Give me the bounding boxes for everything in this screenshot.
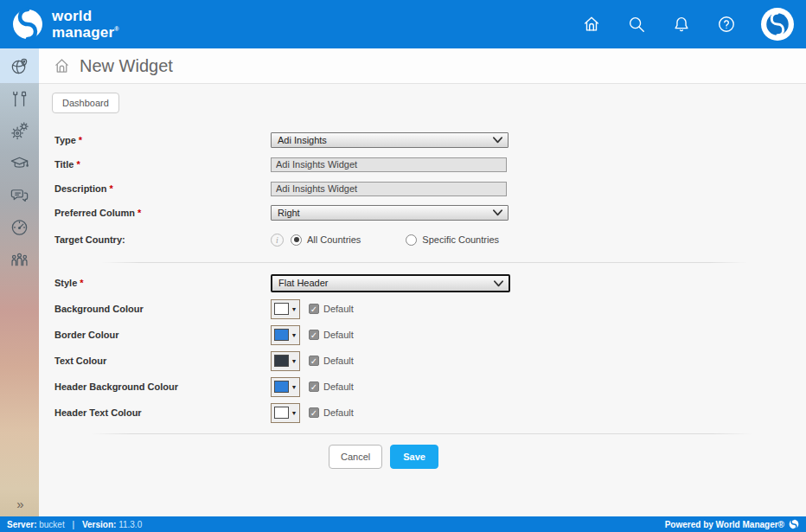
sidebar-item-performance[interactable] — [0, 211, 39, 243]
chevron-down-icon — [494, 280, 503, 287]
sidebar-item-settings[interactable] — [0, 115, 39, 147]
main-panel: New Widget Dashboard Type* Adi Insights … — [39, 48, 806, 516]
brand-word-1: world — [52, 10, 119, 22]
sidebar-items — [0, 48, 39, 275]
sidebar-item-tools[interactable] — [0, 83, 39, 115]
caret-down-icon: ▼ — [291, 410, 297, 416]
caret-down-icon: ▼ — [291, 384, 297, 390]
chat-bubbles-icon — [10, 185, 29, 205]
header-background-colour-default-checkbox[interactable]: ✓ — [309, 381, 319, 392]
border-colour-picker[interactable]: ▼ — [271, 325, 300, 345]
required-asterisk: * — [110, 183, 113, 194]
tab-dashboard[interactable]: Dashboard — [52, 93, 119, 113]
form-row-target-country: Target Country: i All Countries Specific… — [39, 225, 806, 254]
powered-by-text: Powered by World Manager® — [665, 520, 784, 529]
brand-logo[interactable]: world manager® — [10, 7, 119, 42]
background-colour-picker[interactable]: ▼ — [271, 299, 300, 319]
header-text-colour-label: Header Text Colour — [54, 407, 271, 418]
new-widget-form: Type* Adi Insights Title* Description* — [39, 128, 806, 469]
server-info: Server: bucket | Version: 11.3.0 — [7, 520, 142, 529]
specific-countries-radio[interactable] — [406, 234, 417, 246]
home-icon[interactable] — [581, 14, 602, 35]
sidebar-expand-button[interactable]: » — [0, 497, 39, 511]
type-select-value: Adi Insights — [278, 135, 327, 145]
sidebar-item-people[interactable] — [0, 243, 39, 275]
world-manager-logo-icon — [10, 7, 45, 42]
header-background-colour-swatch — [274, 381, 289, 393]
preferred-column-select-value: Right — [278, 208, 300, 218]
form-row-title: Title* — [39, 152, 806, 176]
chevron-down-icon — [493, 137, 502, 144]
style-label: Style* — [54, 278, 271, 288]
section-divider — [101, 262, 747, 263]
account-avatar[interactable] — [761, 8, 794, 41]
footer-separator: | — [73, 520, 75, 529]
type-label: Type* — [54, 135, 271, 145]
caret-down-icon: ▼ — [291, 332, 297, 338]
all-countries-radio[interactable] — [291, 234, 302, 246]
form-row-header-text-colour: Header Text Colour ▼ ✓ Default — [39, 400, 806, 426]
form-row-border-colour: Border Colour ▼ ✓ Default — [39, 322, 806, 348]
default-label: Default — [323, 356, 354, 366]
background-colour-swatch — [274, 303, 289, 315]
world-pin-icon — [10, 56, 29, 76]
graduation-cap-icon — [10, 153, 29, 173]
sidebar-item-world[interactable] — [0, 48, 39, 83]
title-label: Title* — [54, 159, 271, 170]
sidebar-item-academy[interactable] — [0, 147, 39, 179]
search-icon[interactable] — [626, 14, 647, 35]
brand-wordmark: world manager® — [52, 10, 119, 39]
text-colour-label: Text Colour — [54, 356, 271, 366]
server-label: Server: — [7, 520, 36, 529]
avatar-logo-icon — [763, 10, 792, 39]
default-label: Default — [323, 381, 354, 392]
background-colour-default-checkbox[interactable]: ✓ — [309, 304, 319, 314]
header-background-colour-picker[interactable]: ▼ — [271, 377, 300, 397]
save-button[interactable]: Save — [390, 445, 438, 469]
text-colour-swatch — [274, 355, 289, 367]
brand-word-2: manager® — [52, 22, 119, 39]
server-value: bucket — [39, 520, 64, 529]
version-label: Version: — [82, 520, 116, 529]
form-row-style: Style* Flat Header — [39, 270, 806, 296]
sidebar-item-messages[interactable] — [0, 179, 39, 211]
page-header: New Widget — [39, 48, 806, 84]
form-row-type: Type* Adi Insights — [39, 128, 806, 152]
form-row-preferred-column: Preferred Column* Right — [39, 201, 806, 225]
gauge-icon — [10, 217, 29, 237]
help-icon[interactable] — [716, 14, 737, 35]
description-input[interactable] — [271, 182, 507, 196]
header-text-colour-default-checkbox[interactable]: ✓ — [309, 407, 319, 418]
style-select[interactable]: Flat Header — [271, 274, 510, 292]
border-colour-label: Border Colour — [54, 330, 271, 340]
notifications-icon[interactable] — [671, 14, 692, 35]
text-colour-default-checkbox[interactable]: ✓ — [309, 356, 319, 366]
title-input[interactable] — [271, 157, 507, 172]
gears-icon — [10, 121, 29, 141]
cancel-button[interactable]: Cancel — [329, 445, 382, 469]
text-colour-picker[interactable]: ▼ — [271, 351, 300, 371]
form-row-header-background-colour: Header Background Colour ▼ ✓ Default — [39, 374, 806, 400]
border-colour-default-checkbox[interactable]: ✓ — [309, 330, 319, 340]
top-header: world manager® — [0, 0, 806, 48]
required-asterisk: * — [80, 278, 83, 288]
required-asterisk: * — [79, 135, 82, 145]
info-icon[interactable]: i — [271, 234, 284, 247]
default-label: Default — [323, 304, 354, 314]
header-text-colour-picker[interactable]: ▼ — [271, 403, 300, 423]
trademark-symbol: ® — [114, 26, 118, 32]
default-label: Default — [323, 330, 354, 340]
header-background-colour-label: Header Background Colour — [54, 381, 271, 392]
form-row-text-colour: Text Colour ▼ ✓ Default — [39, 348, 806, 374]
section-divider — [91, 433, 752, 434]
footer-logo-icon — [789, 519, 799, 529]
preferred-column-select[interactable]: Right — [271, 205, 509, 221]
top-nav — [581, 8, 794, 41]
target-country-label: Target Country: — [54, 234, 271, 245]
app-window: world manager® — [0, 0, 806, 532]
sidebar: » — [0, 48, 39, 516]
style-select-value: Flat Header — [278, 278, 328, 288]
type-select[interactable]: Adi Insights — [271, 132, 509, 148]
tools-icon — [10, 89, 29, 109]
caret-down-icon: ▼ — [291, 358, 297, 364]
